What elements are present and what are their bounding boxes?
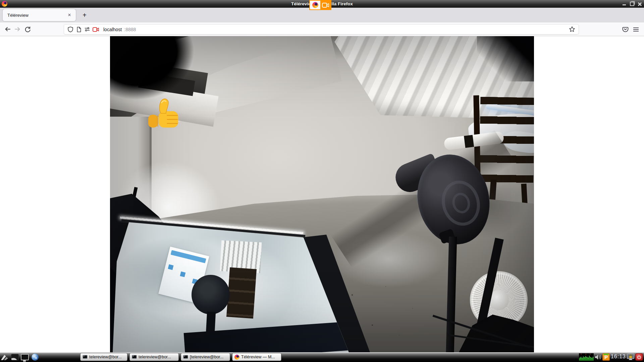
permissions-icon[interactable] <box>84 26 90 32</box>
new-tab-button[interactable]: + <box>80 10 89 20</box>
quick-launch-browser[interactable] <box>31 354 39 361</box>
page-icon[interactable] <box>76 26 82 33</box>
navigation-toolbar: localhost:8888 <box>0 22 644 36</box>
url-port: :8888 <box>124 27 136 32</box>
task-button-firefox[interactable]: Téléreview — M... <box>232 353 281 361</box>
shield-icon[interactable] <box>67 26 73 33</box>
cpu-graph-icon <box>579 353 594 361</box>
firefox-logo-icon <box>310 1 320 9</box>
quick-launch-display[interactable] <box>21 354 29 361</box>
thumbs-up-emoji-overlay <box>147 95 181 129</box>
url-bar[interactable]: localhost:8888 <box>64 24 579 35</box>
desktop-taskbar: telereview@bor... telereview@bor... [tel… <box>0 352 644 362</box>
task-button-terminal-2[interactable]: telereview@bor... <box>129 353 179 361</box>
camera-icon <box>320 1 331 9</box>
camera-in-use-icon[interactable] <box>93 27 99 32</box>
task-button-terminal-1[interactable]: telereview@bor... <box>80 353 127 361</box>
cpu-monitor[interactable] <box>579 353 594 361</box>
close-button[interactable] <box>637 2 642 6</box>
clock: 16:13 <box>611 354 626 360</box>
camera-sharing-indicator[interactable] <box>309 0 331 10</box>
lock-screen-icon <box>627 354 635 361</box>
app-menu-button[interactable] <box>632 25 640 34</box>
close-icon <box>638 2 642 6</box>
maximize-button[interactable] <box>630 2 634 6</box>
back-button[interactable] <box>3 24 12 34</box>
menu-icon <box>633 27 639 32</box>
maximize-icon <box>630 2 634 6</box>
pocket-button[interactable] <box>621 25 629 34</box>
display-icon <box>21 354 29 360</box>
forward-icon <box>14 26 21 32</box>
power-button[interactable] <box>635 353 643 361</box>
terminal-window-icon <box>83 355 88 359</box>
lock-screen-button[interactable] <box>627 354 635 361</box>
pocket-icon <box>622 26 629 33</box>
page-content <box>0 36 644 352</box>
url-host: localhost <box>103 27 122 32</box>
terminal-window-icon <box>183 355 188 359</box>
fisheye-vignette <box>110 36 534 352</box>
tab-title: Téléreview <box>7 13 66 18</box>
files-icon <box>11 354 19 360</box>
task-button-label: [telereview@bor... <box>190 355 223 359</box>
minimize-icon <box>623 4 626 5</box>
web-browser-icon <box>32 354 39 361</box>
reload-icon <box>24 26 31 33</box>
back-icon <box>4 26 11 32</box>
task-button-terminal-3[interactable]: [telereview@bor... <box>181 353 230 361</box>
terminal-window-icon <box>132 355 137 359</box>
start-menu-button[interactable] <box>1 354 9 361</box>
clipboard-manager[interactable]: P <box>602 353 610 361</box>
minimize-button[interactable] <box>622 2 627 6</box>
webcam-feed <box>110 36 534 352</box>
task-button-label: Téléreview — M... <box>241 355 275 359</box>
bookmark-star-icon[interactable] <box>569 26 575 33</box>
task-button-label: telereview@bor... <box>139 355 171 359</box>
reload-button[interactable] <box>23 24 32 34</box>
power-icon <box>637 355 642 360</box>
tab-close-button[interactable]: × <box>66 11 73 19</box>
firefox-icon <box>234 355 239 360</box>
forward-button[interactable] <box>13 24 22 34</box>
tab-telereview[interactable]: Téléreview × <box>3 9 76 21</box>
icewm-logo-icon <box>1 353 9 361</box>
clipboard-letter: P <box>604 355 608 360</box>
task-button-label: telereview@bor... <box>89 355 122 359</box>
quick-launch-files[interactable] <box>11 354 19 361</box>
volume-control[interactable] <box>594 354 602 361</box>
speaker-icon <box>594 354 602 361</box>
